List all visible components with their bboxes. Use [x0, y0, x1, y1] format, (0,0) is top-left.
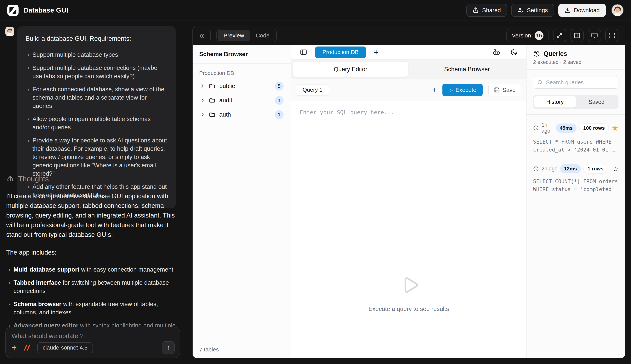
add-connection-button[interactable]: + [374, 48, 379, 56]
star-outline-icon[interactable]: ☆ [612, 165, 618, 172]
thoughts-paragraph: The app includes: [6, 248, 177, 257]
view-tabs: Query Editor Schema Browser [291, 60, 526, 79]
results-empty-state: Execute a query to see results [291, 228, 526, 358]
queries-panel-subtitle: 2 executed · 2 saved [533, 59, 618, 65]
message-bullet: Support multiple database connections (m… [33, 64, 167, 80]
ai-assistant-robot-icon[interactable] [492, 48, 501, 56]
tab-preview[interactable]: Preview [218, 30, 250, 41]
chat-input-placeholder: What should we update ? [12, 332, 174, 340]
star-filled-icon[interactable]: ★ [611, 124, 618, 132]
app-title: Database GUI [24, 6, 68, 14]
execute-button[interactable]: ▷ Execute [442, 84, 482, 96]
feature-item: Multi-database support with easy connect… [14, 266, 177, 274]
chevron-right-icon [200, 84, 205, 88]
chat-sidebar: Build a database GUI. Requirements: Supp… [0, 20, 191, 364]
arrow-up-icon: ↑ [167, 344, 170, 352]
tables-count-status: 7 tables [193, 341, 291, 358]
message-heading: Build a database GUI. Requirements: [26, 34, 167, 43]
chevron-right-icon [200, 98, 205, 103]
query-tab-1[interactable]: Query 1 [296, 84, 329, 96]
main-editor-area: Production DB + Query Editor Schema Brow… [291, 45, 526, 358]
attach-plus-icon[interactable]: + [12, 343, 17, 352]
clock-icon [533, 125, 539, 131]
fullscreen-icon [608, 32, 615, 39]
tab-saved[interactable]: Saved [576, 96, 617, 108]
results-empty-text: Execute a query to see results [369, 306, 449, 312]
history-item[interactable]: 2h ago 12ms 1 rows ☆ SELECT COUNT(*) FRO… [533, 164, 618, 193]
search-queries-input[interactable] [546, 79, 619, 86]
history-sql: SELECT COUNT(*) FROM orders WHERE status… [533, 177, 618, 193]
sql-editor-placeholder: Enter your SQL query here... [300, 109, 518, 116]
download-button[interactable]: Download [558, 4, 606, 17]
shared-button[interactable]: Shared [466, 4, 507, 17]
play-outline-icon [397, 274, 420, 297]
schema-panel-title: Schema Browser [193, 45, 291, 64]
monitor-icon [591, 32, 598, 39]
connection-tab-production-db[interactable]: Production DB [315, 46, 366, 58]
collapse-panel-icon[interactable]: « [199, 31, 204, 40]
schema-tree-row-auth[interactable]: auth 1 [198, 108, 286, 122]
tab-schema-browser[interactable]: Schema Browser [410, 62, 525, 77]
history-item[interactable]: 1h ago 45ms 100 rows ★ SELECT * FROM use… [533, 122, 618, 154]
git-branch-icon [556, 32, 563, 39]
save-floppy-icon [494, 87, 500, 93]
preview-code-switch: Preview Code [216, 29, 277, 42]
download-icon [564, 7, 571, 13]
dark-mode-moon-icon[interactable] [510, 48, 518, 56]
schema-tree-row-audit[interactable]: audit 1 [198, 93, 286, 108]
rows-badge: 1 rows [583, 164, 607, 174]
connection-name-label: Production DB [199, 70, 286, 76]
queries-panel: Queries 2 executed · 2 saved History Sav… [526, 45, 625, 358]
save-button[interactable]: Save [488, 84, 521, 96]
feature-item: Tabbed interface for switching between m… [14, 278, 177, 295]
schema-tree-row-public[interactable]: public 5 [198, 79, 286, 93]
send-button[interactable]: ↑ [162, 341, 175, 354]
double-slash-icon[interactable] [23, 344, 32, 351]
history-sql: SELECT * FROM users WHERE created_at > '… [533, 138, 618, 154]
device-preview-button[interactable] [588, 29, 601, 42]
table-count-badge: 1 [275, 96, 284, 105]
panel-toggle-icon[interactable] [300, 48, 307, 56]
add-query-tab-button[interactable]: + [432, 86, 437, 94]
table-count-badge: 5 [275, 82, 284, 90]
database-gui-app: Schema Browser Production DB public 5 [193, 45, 625, 358]
query-search-box [533, 76, 618, 88]
tab-history[interactable]: History [534, 96, 576, 108]
brain-icon [6, 175, 14, 183]
message-bullet: For each connected database, show a view… [33, 85, 167, 110]
settings-button[interactable]: Settings [511, 4, 554, 17]
split-view-button[interactable] [570, 29, 584, 42]
thoughts-header[interactable]: Thoughts [6, 175, 177, 183]
sliders-icon [517, 7, 524, 13]
tab-query-editor[interactable]: Query Editor [293, 62, 408, 77]
message-bullet: Provide a way for people to ask AI quest… [33, 136, 167, 178]
sql-editor[interactable]: Enter your SQL query here... [291, 101, 526, 228]
model-selector[interactable]: claude-sonnet-4.5 [37, 342, 93, 353]
fullscreen-button[interactable] [605, 29, 618, 42]
history-time: 2h ago [541, 166, 558, 172]
user-avatar[interactable] [611, 4, 624, 16]
share-icon [473, 7, 479, 13]
history-saved-tabs: History Saved [533, 95, 618, 109]
toolbar-divider [210, 31, 211, 40]
query-history-list: 1h ago 45ms 100 rows ★ SELECT * FROM use… [526, 115, 625, 358]
play-icon: ▷ [449, 87, 453, 93]
message-bullet: Support multiple database types [33, 50, 167, 59]
tab-code[interactable]: Code [250, 30, 275, 41]
rows-badge: 100 rows [579, 123, 609, 133]
chat-input[interactable]: What should we update ? + claude-sonnet-… [6, 327, 180, 358]
version-history-button[interactable] [553, 29, 566, 42]
app-logo-icon [7, 5, 19, 16]
queries-panel-title: Queries [543, 50, 567, 57]
duration-badge: 45ms [556, 124, 576, 132]
version-badge: 16 [535, 31, 543, 40]
preview-frame: « Preview Code Version 16 [192, 26, 625, 358]
folder-icon [209, 97, 215, 104]
split-columns-icon [574, 32, 580, 39]
query-bar: Query 1 + ▷ Execute Save [291, 79, 526, 101]
history-time: 1h ago [541, 122, 553, 134]
version-button[interactable]: Version 16 [506, 29, 549, 42]
feature-item: Schema browser with expandable tree view… [14, 300, 177, 316]
top-bar: Database GUI Shared Settings Download [0, 0, 631, 20]
duration-badge: 12ms [560, 164, 581, 173]
